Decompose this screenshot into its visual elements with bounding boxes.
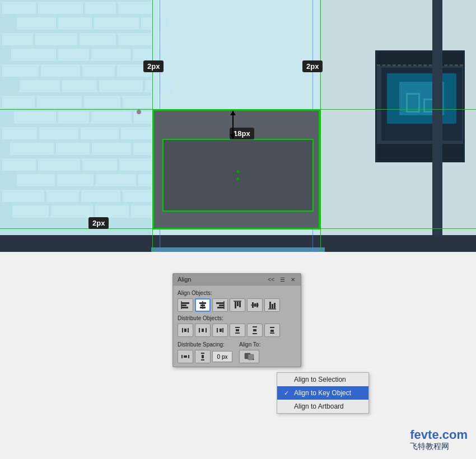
dropdown-label-selection: Align to Selection [294,376,346,383]
svg-rect-22 [274,303,276,308]
svg-rect-38 [253,333,257,334]
distribute-objects-label: Distribute Objects: [178,315,296,321]
check-selection [284,376,291,383]
align-objects-row [178,298,296,312]
appliance-box [375,50,465,162]
svg-rect-20 [269,302,271,308]
align-right-btn[interactable] [212,298,228,312]
right-vertical-bar [432,0,442,235]
svg-rect-31 [220,329,222,332]
svg-rect-39 [270,327,274,328]
svg-rect-44 [188,355,189,358]
dropdown-item-artboard[interactable]: Align to Artboard [277,400,368,413]
check-key-object: ✓ [284,390,291,397]
dropdown-label-artboard: Align to Artboard [294,402,344,410]
align-to-dropdown-btn[interactable] [239,350,259,363]
svg-rect-46 [202,355,204,358]
dimension-arrow [232,111,234,139]
dist-right-btn[interactable] [212,324,228,337]
align-to-dropdown: Align to Selection ✓ Align to Key Object… [277,372,369,414]
svg-rect-33 [235,327,240,328]
spacing-v-btn[interactable] [195,350,211,363]
object-inner [162,139,314,212]
spacing-row [178,350,235,363]
align-center-h-btn[interactable] [195,298,211,312]
svg-rect-0 [181,302,189,304]
panel-title: Align [178,276,191,283]
panel-close-btn[interactable]: ✕ [290,277,296,283]
dimension-left: 2px [88,217,109,229]
svg-rect-40 [270,330,274,332]
svg-rect-35 [235,332,240,334]
svg-rect-45 [201,353,204,354]
svg-rect-37 [253,329,256,331]
dimension-top-right: 2px [302,60,323,72]
svg-rect-28 [202,329,204,332]
svg-rect-43 [184,355,187,358]
svg-rect-29 [206,328,207,332]
watermark-line1: fevte.com [410,428,468,442]
distribute-objects-row [178,324,296,337]
watermark: fevte.com 飞特教程网 [410,428,468,451]
svg-rect-2 [181,307,188,308]
right-section [319,0,476,252]
brick-wall [0,0,151,252]
svg-rect-9 [219,305,224,306]
svg-rect-32 [222,328,223,332]
svg-rect-26 [188,328,189,332]
inner-dots [237,166,240,185]
dist-left-btn[interactable] [178,324,193,337]
dist-middle-btn[interactable] [247,324,263,337]
align-middle-btn[interactable] [247,298,263,312]
align-objects-label: Align Objects: [178,290,296,296]
svg-rect-27 [199,328,200,332]
panel-body: Align Objects: [173,285,301,367]
dimension-top-left: 2px [143,60,164,72]
align-panel: Align << ☰ ✕ Align Objects: [172,273,301,367]
svg-rect-13 [237,302,239,306]
spacing-h-btn[interactable] [178,350,193,363]
distribute-spacing-label: Distribute Spacing: [178,341,235,348]
svg-rect-42 [181,355,183,358]
svg-rect-10 [217,307,224,308]
panel-controls: << ☰ ✕ [267,277,296,283]
svg-rect-36 [253,326,257,327]
connector-dot-left [137,110,141,114]
svg-rect-30 [217,328,218,332]
canvas-area: 2px 2px 18px 2px [0,0,476,252]
svg-rect-21 [272,304,273,308]
svg-rect-41 [270,332,274,334]
svg-rect-1 [181,305,186,306]
watermark-line2: 飞特教程网 [410,442,468,451]
align-to-label: Align To: [239,341,296,348]
distribute-spacing-section: Distribute Spacing: [178,340,235,363]
panel-collapse-btn[interactable]: << [267,277,276,283]
dropdown-item-key-object[interactable]: ✓ Align to Key Object [277,386,368,400]
dist-bottom-btn[interactable] [264,324,280,337]
align-left-btn[interactable] [178,298,193,312]
svg-rect-8 [216,302,224,304]
panel-header[interactable]: Align << ☰ ✕ [173,274,301,285]
align-to-section: Align To: [239,340,296,363]
spacing-input[interactable] [212,351,232,362]
svg-rect-24 [182,328,183,332]
bottom-section: Distribute Spacing: Align To: [178,340,296,363]
panel-menu-btn[interactable]: ☰ [279,277,286,283]
dropdown-item-selection[interactable]: Align to Selection [277,373,368,386]
align-top-btn[interactable] [230,298,245,312]
svg-rect-25 [184,329,186,332]
svg-rect-47 [201,359,204,360]
dropdown-label-key-object: Align to Key Object [294,389,351,397]
check-artboard [284,403,291,410]
guide-line-vertical-right [320,0,321,252]
align-bottom-btn[interactable] [264,298,280,312]
dist-center-h-btn[interactable] [195,324,211,337]
svg-rect-14 [239,302,241,307]
svg-rect-12 [235,302,236,308]
dist-top-btn[interactable] [230,324,245,337]
floor-bar [0,235,476,252]
svg-rect-34 [236,329,239,331]
